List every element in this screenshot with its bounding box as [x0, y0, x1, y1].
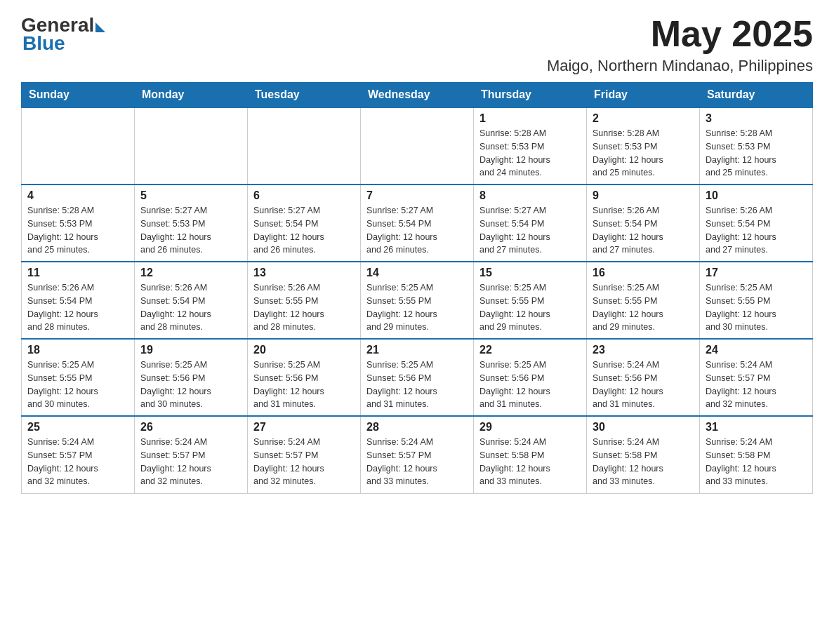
- calendar-day-11: 11Sunrise: 5:26 AM Sunset: 5:54 PM Dayli…: [22, 262, 135, 339]
- day-info: Sunrise: 5:28 AM Sunset: 5:53 PM Dayligh…: [479, 127, 581, 180]
- logo-triangle-icon: [95, 22, 105, 32]
- day-info: Sunrise: 5:24 AM Sunset: 5:56 PM Dayligh…: [593, 358, 694, 411]
- day-info: Sunrise: 5:25 AM Sunset: 5:55 PM Dayligh…: [593, 281, 694, 334]
- day-info: Sunrise: 5:26 AM Sunset: 5:54 PM Dayligh…: [27, 281, 128, 334]
- day-number: 24: [706, 344, 807, 356]
- day-number: 30: [593, 421, 694, 434]
- day-number: 13: [253, 267, 355, 279]
- day-number: 27: [253, 421, 355, 434]
- calendar-day-17: 17Sunrise: 5:25 AM Sunset: 5:55 PM Dayli…: [700, 262, 813, 339]
- calendar-day-22: 22Sunrise: 5:25 AM Sunset: 5:56 PM Dayli…: [474, 339, 587, 416]
- calendar-day-23: 23Sunrise: 5:24 AM Sunset: 5:56 PM Dayli…: [587, 339, 700, 416]
- calendar-header-row: SundayMondayTuesdayWednesdayThursdayFrid…: [22, 83, 813, 108]
- calendar-day-18: 18Sunrise: 5:25 AM Sunset: 5:55 PM Dayli…: [22, 339, 135, 416]
- calendar-day-12: 12Sunrise: 5:26 AM Sunset: 5:54 PM Dayli…: [135, 262, 248, 339]
- calendar-empty-cell: [248, 107, 361, 185]
- day-number: 22: [479, 344, 581, 356]
- calendar-day-26: 26Sunrise: 5:24 AM Sunset: 5:57 PM Dayli…: [135, 416, 248, 493]
- day-info: Sunrise: 5:27 AM Sunset: 5:54 PM Dayligh…: [253, 204, 355, 257]
- day-number: 31: [706, 421, 807, 434]
- calendar-day-27: 27Sunrise: 5:24 AM Sunset: 5:57 PM Dayli…: [248, 416, 361, 493]
- calendar-day-6: 6Sunrise: 5:27 AM Sunset: 5:54 PM Daylig…: [248, 185, 361, 262]
- calendar-day-8: 8Sunrise: 5:27 AM Sunset: 5:54 PM Daylig…: [474, 185, 587, 262]
- calendar-day-14: 14Sunrise: 5:25 AM Sunset: 5:55 PM Dayli…: [361, 262, 474, 339]
- day-info: Sunrise: 5:24 AM Sunset: 5:57 PM Dayligh…: [140, 436, 241, 488]
- column-header-saturday: Saturday: [700, 83, 813, 108]
- day-number: 2: [593, 112, 694, 125]
- page-header: General Blue May 2025 Maigo, Northern Mi…: [21, 14, 813, 75]
- logo: General Blue: [21, 14, 105, 55]
- day-info: Sunrise: 5:24 AM Sunset: 5:58 PM Dayligh…: [593, 436, 694, 488]
- day-number: 18: [27, 344, 128, 356]
- day-number: 19: [140, 344, 241, 356]
- calendar-day-21: 21Sunrise: 5:25 AM Sunset: 5:56 PM Dayli…: [361, 339, 474, 416]
- day-number: 12: [140, 267, 241, 279]
- day-info: Sunrise: 5:27 AM Sunset: 5:54 PM Dayligh…: [479, 204, 581, 257]
- day-info: Sunrise: 5:24 AM Sunset: 5:57 PM Dayligh…: [706, 358, 807, 411]
- day-info: Sunrise: 5:25 AM Sunset: 5:55 PM Dayligh…: [27, 358, 128, 411]
- day-number: 17: [706, 267, 807, 279]
- column-header-tuesday: Tuesday: [248, 83, 361, 108]
- calendar-empty-cell: [135, 107, 248, 185]
- calendar-day-1: 1Sunrise: 5:28 AM Sunset: 5:53 PM Daylig…: [474, 107, 587, 185]
- day-number: 29: [479, 421, 581, 434]
- day-number: 14: [366, 267, 468, 279]
- day-info: Sunrise: 5:26 AM Sunset: 5:54 PM Dayligh…: [593, 204, 694, 257]
- day-number: 3: [706, 112, 807, 125]
- day-info: Sunrise: 5:25 AM Sunset: 5:56 PM Dayligh…: [479, 358, 581, 411]
- calendar-day-20: 20Sunrise: 5:25 AM Sunset: 5:56 PM Dayli…: [248, 339, 361, 416]
- calendar-day-25: 25Sunrise: 5:24 AM Sunset: 5:57 PM Dayli…: [22, 416, 135, 493]
- day-info: Sunrise: 5:26 AM Sunset: 5:55 PM Dayligh…: [253, 281, 355, 334]
- day-number: 7: [366, 189, 468, 202]
- calendar-day-30: 30Sunrise: 5:24 AM Sunset: 5:58 PM Dayli…: [587, 416, 700, 493]
- calendar-day-13: 13Sunrise: 5:26 AM Sunset: 5:55 PM Dayli…: [248, 262, 361, 339]
- day-info: Sunrise: 5:28 AM Sunset: 5:53 PM Dayligh…: [27, 204, 128, 257]
- calendar-day-3: 3Sunrise: 5:28 AM Sunset: 5:53 PM Daylig…: [700, 107, 813, 185]
- day-info: Sunrise: 5:25 AM Sunset: 5:56 PM Dayligh…: [253, 358, 355, 411]
- day-number: 15: [479, 267, 581, 279]
- day-info: Sunrise: 5:24 AM Sunset: 5:57 PM Dayligh…: [366, 436, 468, 488]
- calendar-day-31: 31Sunrise: 5:24 AM Sunset: 5:58 PM Dayli…: [700, 416, 813, 493]
- calendar-day-4: 4Sunrise: 5:28 AM Sunset: 5:53 PM Daylig…: [22, 185, 135, 262]
- calendar-empty-cell: [22, 107, 135, 185]
- day-number: 9: [593, 189, 694, 202]
- calendar-week-row: 25Sunrise: 5:24 AM Sunset: 5:57 PM Dayli…: [22, 416, 813, 493]
- column-header-thursday: Thursday: [474, 83, 587, 108]
- calendar-table: SundayMondayTuesdayWednesdayThursdayFrid…: [21, 82, 813, 494]
- calendar-empty-cell: [361, 107, 474, 185]
- calendar-week-row: 11Sunrise: 5:26 AM Sunset: 5:54 PM Dayli…: [22, 262, 813, 339]
- day-info: Sunrise: 5:27 AM Sunset: 5:53 PM Dayligh…: [140, 204, 241, 257]
- day-number: 28: [366, 421, 468, 434]
- day-number: 10: [706, 189, 807, 202]
- calendar-week-row: 18Sunrise: 5:25 AM Sunset: 5:55 PM Dayli…: [22, 339, 813, 416]
- calendar-day-29: 29Sunrise: 5:24 AM Sunset: 5:58 PM Dayli…: [474, 416, 587, 493]
- calendar-day-24: 24Sunrise: 5:24 AM Sunset: 5:57 PM Dayli…: [700, 339, 813, 416]
- day-number: 8: [479, 189, 581, 202]
- day-info: Sunrise: 5:25 AM Sunset: 5:55 PM Dayligh…: [479, 281, 581, 334]
- day-number: 26: [140, 421, 241, 434]
- day-info: Sunrise: 5:24 AM Sunset: 5:58 PM Dayligh…: [706, 436, 807, 488]
- calendar-day-2: 2Sunrise: 5:28 AM Sunset: 5:53 PM Daylig…: [587, 107, 700, 185]
- calendar-day-19: 19Sunrise: 5:25 AM Sunset: 5:56 PM Dayli…: [135, 339, 248, 416]
- day-info: Sunrise: 5:28 AM Sunset: 5:53 PM Dayligh…: [593, 127, 694, 180]
- day-number: 21: [366, 344, 468, 356]
- day-number: 4: [27, 189, 128, 202]
- calendar-day-7: 7Sunrise: 5:27 AM Sunset: 5:54 PM Daylig…: [361, 185, 474, 262]
- day-info: Sunrise: 5:26 AM Sunset: 5:54 PM Dayligh…: [706, 204, 807, 257]
- calendar-week-row: 4Sunrise: 5:28 AM Sunset: 5:53 PM Daylig…: [22, 185, 813, 262]
- day-number: 20: [253, 344, 355, 356]
- day-number: 23: [593, 344, 694, 356]
- calendar-day-10: 10Sunrise: 5:26 AM Sunset: 5:54 PM Dayli…: [700, 185, 813, 262]
- day-info: Sunrise: 5:26 AM Sunset: 5:54 PM Dayligh…: [140, 281, 241, 334]
- column-header-friday: Friday: [587, 83, 700, 108]
- day-number: 11: [27, 267, 128, 279]
- logo-blue: Blue: [22, 32, 65, 55]
- day-info: Sunrise: 5:24 AM Sunset: 5:58 PM Dayligh…: [479, 436, 581, 488]
- day-number: 16: [593, 267, 694, 279]
- calendar-day-16: 16Sunrise: 5:25 AM Sunset: 5:55 PM Dayli…: [587, 262, 700, 339]
- day-info: Sunrise: 5:24 AM Sunset: 5:57 PM Dayligh…: [27, 436, 128, 488]
- calendar-day-5: 5Sunrise: 5:27 AM Sunset: 5:53 PM Daylig…: [135, 185, 248, 262]
- day-info: Sunrise: 5:25 AM Sunset: 5:55 PM Dayligh…: [706, 281, 807, 334]
- day-info: Sunrise: 5:24 AM Sunset: 5:57 PM Dayligh…: [253, 436, 355, 488]
- day-number: 25: [27, 421, 128, 434]
